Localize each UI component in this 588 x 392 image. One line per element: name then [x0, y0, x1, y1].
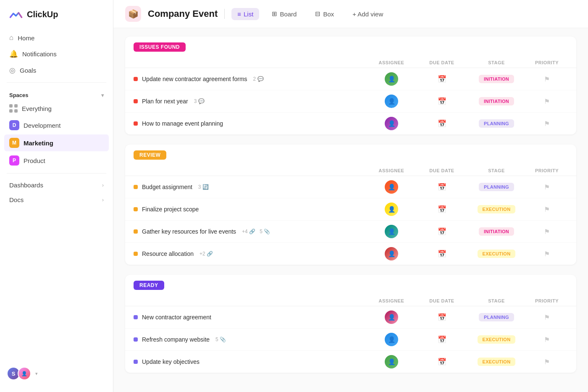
due-date-cell[interactable]: 📅 — [417, 250, 467, 258]
avatar: 👤 — [385, 355, 398, 368]
task-row[interactable]: Resource allocation +2 🔗 👤 📅 EXECUTION ⚑ — [125, 243, 576, 265]
col-task — [134, 298, 366, 303]
user-avatars[interactable]: S 👤 — [7, 367, 31, 380]
priority-dot — [134, 315, 138, 319]
sidebar: ClickUp ⌂ Home 🔔 Notifications ◎ Goals S… — [0, 0, 113, 392]
task-name: Refresh company website — [142, 336, 210, 343]
divider — [7, 82, 106, 83]
priority-dot — [134, 252, 138, 256]
assignee-cell: 👤 — [366, 247, 417, 260]
logo-area: ClickUp — [0, 7, 113, 30]
column-headers-review: ASSIGNEE DUE DATE STAGE PRIORITY — [125, 166, 576, 176]
flag-icon: ⚑ — [544, 336, 550, 344]
priority-dot — [134, 185, 138, 189]
task-row[interactable]: New contractor agreement 👤 📅 PLANNING ⚑ — [125, 306, 576, 329]
stage-badge: PLANNING — [479, 119, 514, 128]
task-name-cell: Update key objectives — [134, 358, 366, 365]
due-date-cell[interactable]: 📅 — [417, 335, 467, 344]
stage-cell: PLANNING — [467, 119, 526, 128]
stage-cell: PLANNING — [467, 313, 526, 321]
header-divider — [224, 9, 225, 19]
stage-cell: EXECUTION — [467, 335, 526, 344]
avatar: 👤 — [385, 333, 398, 346]
priority-dot — [134, 229, 138, 234]
home-icon: ⌂ — [9, 34, 13, 42]
stage-badge: INITIATION — [479, 97, 514, 105]
sidebar-item-label: Everything — [22, 105, 52, 112]
avatar: 👤 — [385, 72, 398, 86]
spaces-section-header[interactable]: Spaces ▾ — [0, 87, 113, 101]
add-view-label: + Add view — [352, 11, 383, 18]
assignee-cell: 👤 — [366, 117, 417, 130]
calendar-icon: 📅 — [438, 227, 446, 236]
task-row[interactable]: Refresh company website 5 📎 👤 📅 EXECUTIO… — [125, 329, 576, 351]
task-row[interactable]: How to manage event planning 👤 📅 PLANNIN… — [125, 113, 576, 134]
task-row[interactable]: Budget assignment 3 🔄 👤 📅 PLANNING ⚑ — [125, 176, 576, 198]
due-date-cell[interactable]: 📅 — [417, 183, 467, 192]
due-date-cell[interactable]: 📅 — [417, 313, 467, 322]
col-duedate: DUE DATE — [417, 168, 467, 173]
stage-badge: PLANNING — [479, 313, 514, 321]
calendar-icon: 📅 — [438, 335, 446, 344]
sidebar-item-docs[interactable]: Docs › — [0, 192, 113, 207]
sidebar-item-goals[interactable]: ◎ Goals — [4, 63, 109, 78]
due-date-cell[interactable]: 📅 — [417, 75, 467, 84]
tab-list[interactable]: ≡ List — [231, 8, 259, 20]
sidebar-item-product[interactable]: P Product — [4, 152, 109, 169]
tab-board[interactable]: ⊞ Board — [266, 8, 302, 20]
due-date-cell[interactable]: 📅 — [417, 119, 467, 128]
sidebar-item-everything[interactable]: Everything — [4, 101, 109, 116]
col-assignee: ASSIGNEE — [366, 168, 417, 173]
avatar: 👤 — [385, 180, 398, 194]
stage-cell: EXECUTION — [467, 250, 526, 258]
task-row[interactable]: Finalize project scope 👤 📅 EXECUTION ⚑ — [125, 198, 576, 221]
group-header-issues: ISSUES FOUND — [125, 37, 576, 58]
avatar: 👤 — [385, 247, 398, 260]
task-name: Budget assignment — [142, 184, 192, 190]
add-view-button[interactable]: + Add view — [346, 8, 389, 20]
task-row[interactable]: Gather key resources for live events +4 … — [125, 221, 576, 243]
sidebar-item-home[interactable]: ⌂ Home — [4, 30, 109, 45]
tab-box[interactable]: ⊟ Box — [309, 8, 340, 20]
assignee-cell: 👤 — [366, 355, 417, 368]
sidebar-item-dashboards[interactable]: Dashboards › — [0, 178, 113, 192]
task-name-cell: How to manage event planning — [134, 120, 366, 127]
flag-icon: ⚑ — [544, 97, 550, 105]
task-meta: 2 💬 — [253, 76, 264, 82]
task-name-cell: Update new contractor agreement forms 2 … — [134, 76, 366, 82]
spaces-label: Spaces — [9, 92, 29, 98]
sidebar-item-notifications[interactable]: 🔔 Notifications — [4, 46, 109, 62]
avatar: 👤 — [385, 310, 398, 324]
due-date-cell[interactable]: 📅 — [417, 227, 467, 236]
task-name-cell: Resource allocation +2 🔗 — [134, 250, 366, 257]
main-nav: ⌂ Home 🔔 Notifications ◎ Goals — [0, 30, 113, 78]
avatar: 👤 — [385, 203, 398, 216]
priority-cell: ⚑ — [526, 336, 568, 344]
task-row[interactable]: Plan for next year 3 💬 👤 📅 INITIATION ⚑ — [125, 90, 576, 113]
bell-icon: 🔔 — [9, 50, 18, 58]
col-stage: STAGE — [467, 168, 526, 173]
top-header: 📦 Company Event ≡ List ⊞ Board ⊟ Box + A… — [113, 0, 588, 28]
task-name: Finalize project scope — [142, 206, 199, 213]
chevron-right-icon: › — [102, 197, 104, 203]
priority-cell: ⚑ — [526, 250, 568, 258]
calendar-icon: 📅 — [438, 97, 446, 106]
due-date-cell[interactable]: 📅 — [417, 358, 467, 366]
flag-icon: ⚑ — [544, 183, 550, 191]
tab-label: List — [244, 11, 253, 18]
sidebar-item-development[interactable]: D Development — [4, 117, 109, 134]
calendar-icon: 📅 — [438, 358, 446, 366]
task-row[interactable]: Update new contractor agreement forms 2 … — [125, 68, 576, 90]
task-name: New contractor agreement — [142, 314, 211, 321]
goals-icon: ◎ — [9, 66, 16, 75]
stage-badge: INITIATION — [479, 227, 514, 236]
task-row[interactable]: Update key objectives 👤 📅 EXECUTION ⚑ — [125, 351, 576, 373]
task-name-cell: Plan for next year 3 💬 — [134, 98, 366, 105]
calendar-icon: 📅 — [438, 75, 446, 84]
due-date-cell[interactable]: 📅 — [417, 205, 467, 214]
sidebar-item-marketing[interactable]: M Marketing — [4, 134, 109, 151]
due-date-cell[interactable]: 📅 — [417, 97, 467, 106]
flag-icon: ⚑ — [544, 250, 550, 258]
board-icon: ⊞ — [272, 10, 277, 18]
calendar-icon: 📅 — [438, 313, 446, 322]
